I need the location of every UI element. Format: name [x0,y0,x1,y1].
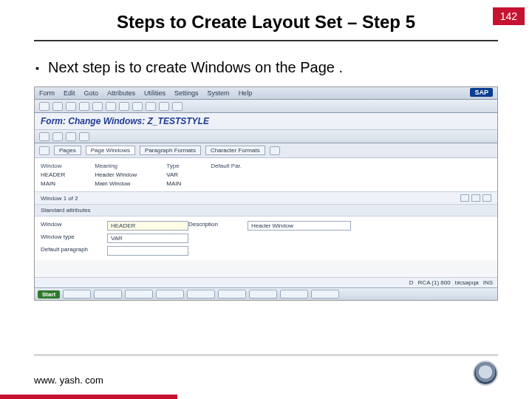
toolbar-button[interactable] [52,102,63,111]
tab-paragraph-formats[interactable]: Paragraph Formats [140,146,201,155]
app-toolbar-button[interactable] [39,132,50,141]
col-header-default: Default Par. [211,163,242,169]
status-item: bicsapqa [455,279,479,286]
status-item: RCA (1) 800 [418,279,451,286]
window-list: Window HEADER MAIN Meaning Header Window… [35,158,497,191]
app-toolbar-button[interactable] [52,132,63,141]
sap-screenshot: Form Edit Goto Attributes Utilities Sett… [34,86,498,301]
list-cell: Main Window [95,180,137,187]
menu-attributes[interactable]: Attributes [107,89,135,97]
attr-field-para[interactable] [107,246,188,256]
bullet-item: ▪ Next step is to create Windows on the … [35,59,532,76]
menu-settings[interactable]: Settings [174,89,199,97]
attr-field-window[interactable]: HEADER [107,221,188,231]
tab-page-windows[interactable]: Page Windows [86,146,135,155]
start-button[interactable]: Start [38,290,60,299]
slide-title: Steps to Create Layout Set – Step 5 [0,0,532,40]
taskbar-item[interactable] [218,290,246,299]
tab-nav-icon[interactable] [270,146,280,155]
toolbar-button[interactable] [106,102,116,111]
slide-footer: www. yash. com [34,354,498,386]
footer-url: www. yash. com [34,375,103,386]
taskbar-item[interactable] [280,290,308,299]
toolbar-button[interactable] [132,102,143,111]
toolbar-button[interactable] [159,102,169,111]
taskbar-item[interactable] [187,290,215,299]
attr-label-window: Window [41,221,107,231]
sap-statusbar: D RCA (1) 800 bicsapqa INS [35,277,497,287]
toolbar-button[interactable] [172,102,183,111]
menu-utilities[interactable]: Utilities [144,89,166,97]
menu-system[interactable]: System [208,89,230,97]
attributes-grid: Window HEADER Description Header Window … [35,216,497,260]
toolbar-button[interactable] [39,102,50,111]
bullet-marker: ▪ [35,62,39,74]
footer-accent-bar [0,395,177,399]
pager-button[interactable] [482,194,491,202]
window-pager: Window 1 of 2 [35,191,497,205]
attr-label-desc: Description [188,221,248,231]
sap-app-toolbar [35,130,497,143]
attr-label-para: Default paragraph [41,246,107,256]
page-number-badge: 142 [493,7,525,25]
toolbar-button[interactable] [79,102,89,111]
taskbar-item[interactable] [94,290,122,299]
col-header-window: Window [41,163,65,169]
menu-help[interactable]: Help [239,89,253,97]
app-toolbar-button[interactable] [79,132,89,141]
app-toolbar-button[interactable] [66,132,76,141]
taskbar-item[interactable] [125,290,153,299]
sap-toolbar [35,100,497,113]
taskbar-item[interactable] [311,290,339,299]
list-cell: VAR [166,171,181,178]
bullet-text: Next step is to create Windows on the Pa… [48,59,343,76]
list-cell: MAIN [166,180,181,187]
title-underline [34,40,498,41]
footer-logo-icon [473,361,498,386]
attr-field-type[interactable]: VAR [107,233,188,243]
sap-tabs: Pages Page Windows Paragraph Formats Cha… [35,143,497,158]
menu-goto[interactable]: Goto [84,89,99,97]
toolbar-button[interactable] [92,102,103,111]
col-header-type: Type [166,163,181,169]
status-item: INS [483,279,493,286]
menu-edit[interactable]: Edit [64,89,75,97]
windows-taskbar: Start [35,287,497,300]
taskbar-item[interactable] [249,290,277,299]
menu-form[interactable]: Form [39,89,55,97]
sap-subtitle: Form: Change Windows: Z_TESTSTYLE [35,113,497,130]
toolbar-button[interactable] [146,102,156,111]
sap-menubar: Form Edit Goto Attributes Utilities Sett… [35,87,497,100]
attr-label-type: Window type [41,233,107,243]
toolbar-button[interactable] [119,102,129,111]
pager-button[interactable] [460,194,469,202]
list-cell[interactable]: MAIN [41,180,65,187]
list-cell[interactable]: HEADER [41,171,65,178]
taskbar-item[interactable] [63,290,91,299]
list-cell: Header Window [95,171,137,178]
tab-nav-icon[interactable] [39,146,50,155]
pager-text: Window 1 of 2 [41,195,78,202]
taskbar-item[interactable] [156,290,184,299]
attributes-title: Standard attributes [35,205,497,216]
status-item: D [409,279,414,286]
sap-logo: SAP [470,88,493,97]
pager-button[interactable] [471,194,480,202]
tab-character-formats[interactable]: Character Formats [205,146,265,155]
col-header-meaning: Meaning [95,163,137,169]
toolbar-button[interactable] [66,102,76,111]
tab-pages[interactable]: Pages [54,146,81,155]
attr-field-desc[interactable]: Header Window [248,221,351,231]
